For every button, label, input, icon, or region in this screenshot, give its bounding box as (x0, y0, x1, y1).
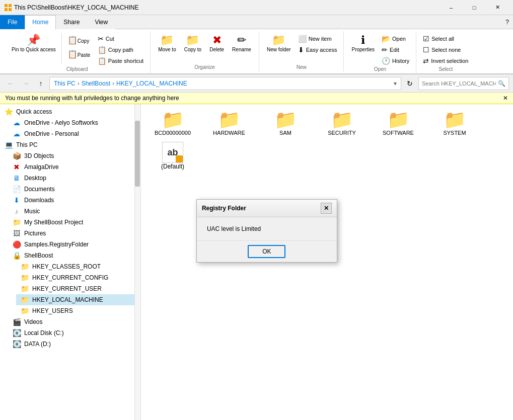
search-bar[interactable]: 🔍 (418, 77, 509, 90)
new-item-button[interactable]: ⬜ New item (296, 33, 340, 44)
sidebar-item-data-d[interactable]: 💽 DATA (D:) (8, 339, 140, 350)
sidebar-item-hkey-current-user[interactable]: 📁 HKEY_CURRENT_USER (16, 283, 140, 294)
tab-file[interactable]: File (0, 15, 25, 29)
ribbon-content: 📌 Pin to Quick access 📋 Copy 📋 Paste (0, 29, 513, 74)
open-group-content: ℹ Properties 📂 Open ✏ Edit 🕐 History (348, 31, 412, 66)
sidebar-scroll-thumb[interactable] (135, 121, 140, 187)
sidebar-item-shellboost[interactable]: 🔒 ShellBoost (8, 250, 140, 261)
dialog-ok-button[interactable]: OK (248, 245, 285, 258)
folder-system[interactable]: 📁 SYSTEM (427, 108, 482, 138)
sidebar-item-pictures[interactable]: 🖼 Pictures (8, 228, 140, 239)
pictures-icon: 🖼 (12, 229, 21, 237)
folder-hardware[interactable]: 📁 HARDWARE (201, 108, 257, 138)
invert-selection-button[interactable]: ⇄ Invert selection (420, 55, 471, 66)
delete-button[interactable]: ✖ Delete (206, 33, 228, 54)
videos-icon: 🎬 (12, 318, 21, 326)
sidebar-scrollbar[interactable] (134, 104, 140, 420)
new-folder-button[interactable]: 📁 New folder (263, 33, 295, 54)
address-dropdown-arrow[interactable]: ▾ (394, 80, 397, 87)
help-button[interactable]: ? (501, 15, 513, 29)
copy-label: Copy (78, 38, 89, 44)
select-all-button[interactable]: ☑ Select all (420, 33, 471, 44)
new-group-content: 📁 New folder ⬜ New item ⬇ Easy access (263, 31, 340, 64)
sidebar-item-desktop[interactable]: 🖥 Desktop (8, 173, 140, 184)
sidebar-item-videos[interactable]: 🎬 Videos (8, 316, 140, 327)
sidebar-item-hkey-users[interactable]: 📁 HKEY_USERS (16, 305, 140, 316)
paste-button[interactable]: 📋 Paste (64, 47, 94, 61)
delete-label: Delete (209, 47, 224, 52)
easy-access-button[interactable]: ⬇ Easy access (296, 44, 340, 55)
folder-sam[interactable]: 📁 SAM (258, 108, 313, 138)
file-default[interactable]: ab (Default) (145, 139, 200, 173)
open-icon: 📂 (382, 35, 390, 43)
sidebar-item-amalgadrive[interactable]: ✖ AmalgaDrive (8, 161, 140, 173)
folder-icon: 📁 (444, 111, 466, 129)
sidebar-item-hkey-current-config[interactable]: 📁 HKEY_CURRENT_CONFIG (16, 272, 140, 283)
edit-button[interactable]: ✏ Edit (379, 44, 412, 55)
forward-button[interactable]: → (19, 77, 32, 90)
paste-shortcut-label: Paste shortcut (108, 58, 143, 64)
hkey-local-machine-icon: 📁 (20, 296, 29, 304)
sidebar-item-this-pc[interactable]: 💻 This PC (0, 139, 140, 150)
downloads-icon: ⬇ (12, 196, 21, 204)
sidebar-item-music[interactable]: ♪ Music (8, 206, 140, 217)
up-button[interactable]: ↑ (34, 77, 47, 90)
minimize-button[interactable]: – (439, 0, 463, 15)
data-d-icon: 💽 (12, 340, 21, 348)
search-input[interactable] (422, 80, 496, 87)
sidebar-item-downloads[interactable]: ⬇ Downloads (8, 195, 140, 206)
sidebar: ⭐ Quick access ☁ OneDrive - Aelyo Softwo… (0, 104, 141, 420)
sidebar-item-onedrive-aelyo[interactable]: ☁ OneDrive - Aelyo Softworks (8, 117, 140, 128)
tab-view[interactable]: View (87, 15, 115, 29)
rename-button[interactable]: ✏ Rename (229, 33, 255, 54)
sidebar-item-documents[interactable]: 📄 Documents (8, 184, 140, 195)
close-button[interactable]: ✕ (486, 0, 509, 15)
pin-to-quick-access-button[interactable]: 📌 Pin to Quick access (8, 33, 59, 54)
copy-button[interactable]: 📋 Copy (64, 33, 94, 47)
sidebar-item-3d-objects[interactable]: 📦 3D Objects (8, 150, 140, 161)
sidebar-item-hkey-local-machine[interactable]: 📁 HKEY_LOCAL_MACHINE (16, 294, 140, 305)
sidebar-item-onedrive-personal[interactable]: ☁ OneDrive - Personal (8, 128, 140, 139)
folder-bcd[interactable]: 📁 BCD00000000 (145, 108, 200, 138)
folder-security[interactable]: 📁 SECURITY (314, 108, 370, 138)
folder-name: BCD00000000 (155, 130, 191, 136)
sidebar-item-samples[interactable]: 🔴 Samples.RegistryFolder (8, 239, 140, 250)
folder-software[interactable]: 📁 SOFTWARE (371, 108, 426, 138)
tab-home[interactable]: Home (25, 15, 56, 30)
tab-share[interactable]: Share (56, 15, 87, 29)
select-none-label: Select none (431, 47, 461, 53)
history-button[interactable]: 🕐 History (379, 55, 412, 66)
sidebar-item-local-disk-c[interactable]: 💽 Local Disk (C:) (8, 327, 140, 339)
paste-shortcut-icon: 📋 (98, 57, 106, 65)
address-shellboost[interactable]: ShellBoost (82, 80, 110, 87)
maximize-button[interactable]: □ (463, 0, 486, 15)
warning-close-button[interactable]: ✕ (503, 95, 508, 102)
address-hkey[interactable]: HKEY_LOCAL_MACHINE (116, 80, 187, 87)
back-button[interactable]: ← (4, 77, 17, 90)
cut-button[interactable]: ✂ Cut (95, 33, 146, 44)
dialog-close-button[interactable]: ✕ (321, 203, 332, 214)
app-icon (4, 4, 12, 12)
sidebar-item-my-shellboost[interactable]: 📁 My ShellBoost Project (8, 217, 140, 228)
select-none-button[interactable]: ☐ Select none (420, 44, 471, 55)
folder-name: SAM (279, 130, 291, 136)
copy-to-button[interactable]: 📁 Copy to (181, 33, 205, 54)
refresh-button[interactable]: ↻ (403, 77, 416, 90)
search-icon[interactable]: 🔍 (498, 80, 505, 87)
open-button[interactable]: 📂 Open (379, 33, 412, 44)
address-this-pc[interactable]: This PC (54, 80, 76, 87)
edit-label: Edit (390, 47, 399, 53)
address-bar[interactable]: This PC › ShellBoost › HKEY_LOCAL_MACHIN… (49, 77, 401, 90)
paste-shortcut-button[interactable]: 📋 Paste shortcut (95, 55, 146, 66)
sidebar-item-quick-access[interactable]: ⭐ Quick access (0, 106, 140, 117)
properties-button[interactable]: ℹ Properties (348, 33, 378, 54)
move-to-button[interactable]: 📁 Move to (155, 33, 180, 54)
rename-icon: ✏ (237, 35, 246, 46)
sidebar-item-hkey-classes[interactable]: 📁 HKEY_CLASSES_ROOT (16, 261, 140, 272)
registry-folder-dialog[interactable]: Registry Folder ✕ UAC level is Limited O… (196, 199, 337, 263)
dialog-message: UAC level is Limited (207, 225, 261, 232)
folder-icon: 📁 (162, 111, 184, 129)
copy-path-button[interactable]: 📋 Copy path (95, 44, 146, 55)
clipboard-group-content: 📌 Pin to Quick access 📋 Copy 📋 Paste (8, 31, 146, 66)
dialog-title-bar: Registry Folder ✕ (197, 200, 337, 217)
